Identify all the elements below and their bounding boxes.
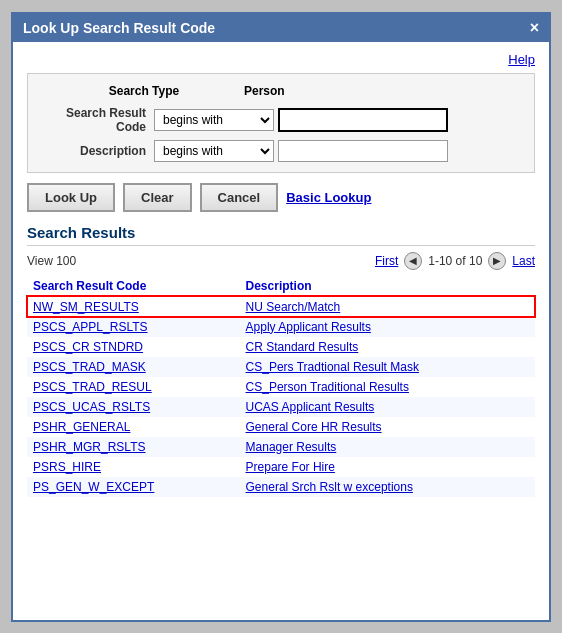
search-result-code-row: Search Result Code begins with (44, 106, 518, 134)
result-description-cell[interactable]: CS_Pers Tradtional Result Mask (240, 357, 535, 377)
basic-lookup-link[interactable]: Basic Lookup (286, 190, 371, 205)
result-code-cell[interactable]: PSCS_APPL_RSLTS (27, 317, 240, 337)
dialog-title: Look Up Search Result Code (23, 20, 215, 36)
cancel-button[interactable]: Cancel (200, 183, 279, 212)
description-input[interactable] (278, 140, 448, 162)
close-button[interactable]: × (530, 20, 539, 36)
table-row[interactable]: PS_GEN_W_EXCEPTGeneral Srch Rslt w excep… (27, 477, 535, 497)
result-code-cell[interactable]: PS_GEN_W_EXCEPT (27, 477, 240, 497)
results-nav: View 100 First ◀ 1-10 of 10 ▶ Last (27, 252, 535, 270)
dialog: Look Up Search Result Code × Help Search… (11, 12, 551, 622)
result-description-cell[interactable]: CS_Person Traditional Results (240, 377, 535, 397)
first-label[interactable]: First (375, 254, 398, 268)
table-header-row: Search Result Code Description (27, 276, 535, 297)
lookup-button[interactable]: Look Up (27, 183, 115, 212)
table-row[interactable]: PSCS_TRAD_RESULCS_Person Traditional Res… (27, 377, 535, 397)
result-code-cell[interactable]: PSCS_TRAD_RESUL (27, 377, 240, 397)
table-row[interactable]: PSCS_APPL_RSLTSApply Applicant Results (27, 317, 535, 337)
description-label: Description (44, 144, 154, 158)
view-label: View 100 (27, 254, 76, 268)
description-row: Description begins with (44, 140, 518, 162)
search-results-title: Search Results (27, 224, 535, 246)
prev-button[interactable]: ◀ (404, 252, 422, 270)
person-input[interactable] (278, 108, 448, 132)
search-type-header: Search Type (44, 84, 244, 98)
next-button[interactable]: ▶ (488, 252, 506, 270)
range-label: 1-10 of 10 (428, 254, 482, 268)
form-header-row: Search Type Person (44, 84, 518, 98)
result-code-cell[interactable]: PSHR_GENERAL (27, 417, 240, 437)
result-code-cell[interactable]: NW_SM_RESULTS (27, 296, 240, 317)
search-form: Search Type Person Search Result Code be… (27, 73, 535, 173)
result-description-cell[interactable]: Apply Applicant Results (240, 317, 535, 337)
buttons-row: Look Up Clear Cancel Basic Lookup (27, 183, 535, 212)
result-description-cell[interactable]: Manager Results (240, 437, 535, 457)
title-bar: Look Up Search Result Code × (13, 14, 549, 42)
dialog-body: Help Search Type Person Search Result Co… (13, 42, 549, 505)
result-code-cell[interactable]: PSRS_HIRE (27, 457, 240, 477)
col-header-code: Search Result Code (27, 276, 240, 297)
table-row[interactable]: PSCS_CR STNDRDCR Standard Results (27, 337, 535, 357)
col-header-description: Description (240, 276, 535, 297)
table-row[interactable]: PSHR_MGR_RSLTSManager Results (27, 437, 535, 457)
search-result-code-label: Search Result Code (44, 106, 154, 134)
table-row[interactable]: PSCS_TRAD_MASKCS_Pers Tradtional Result … (27, 357, 535, 377)
search-results-section: Search Results View 100 First ◀ 1-10 of … (27, 224, 535, 497)
result-description-cell[interactable]: General Core HR Results (240, 417, 535, 437)
result-code-cell[interactable]: PSCS_CR STNDRD (27, 337, 240, 357)
result-description-cell[interactable]: NU Search/Match (240, 296, 535, 317)
table-row[interactable]: PSHR_GENERALGeneral Core HR Results (27, 417, 535, 437)
search-result-code-dropdown[interactable]: begins with (154, 109, 274, 131)
person-header: Person (244, 84, 285, 98)
table-row[interactable]: PSCS_UCAS_RSLTSUCAS Applicant Results (27, 397, 535, 417)
result-description-cell[interactable]: CR Standard Results (240, 337, 535, 357)
table-row[interactable]: PSRS_HIREPrepare For Hire (27, 457, 535, 477)
result-code-cell[interactable]: PSHR_MGR_RSLTS (27, 437, 240, 457)
table-row[interactable]: NW_SM_RESULTSNU Search/Match (27, 296, 535, 317)
result-description-cell[interactable]: Prepare For Hire (240, 457, 535, 477)
last-label[interactable]: Last (512, 254, 535, 268)
description-dropdown[interactable]: begins with (154, 140, 274, 162)
result-description-cell[interactable]: General Srch Rslt w exceptions (240, 477, 535, 497)
clear-button[interactable]: Clear (123, 183, 192, 212)
result-code-cell[interactable]: PSCS_TRAD_MASK (27, 357, 240, 377)
result-code-cell[interactable]: PSCS_UCAS_RSLTS (27, 397, 240, 417)
results-table: Search Result Code Description NW_SM_RES… (27, 276, 535, 497)
help-link[interactable]: Help (27, 50, 535, 73)
result-description-cell[interactable]: UCAS Applicant Results (240, 397, 535, 417)
